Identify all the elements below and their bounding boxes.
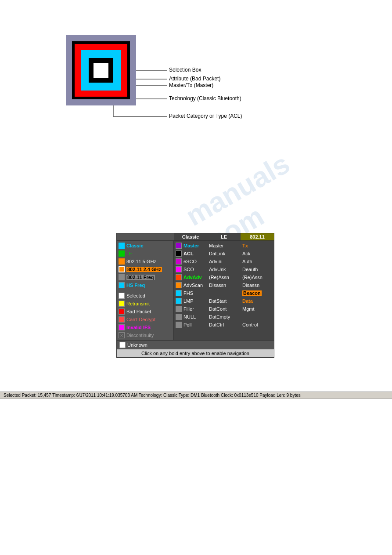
802-reassn-label: (Re)Assn: [242, 275, 263, 280]
le-advini[interactable]: AdvIni: [209, 258, 239, 265]
802-auth-label: Auth: [242, 259, 252, 264]
legend-le[interactable]: LE: [119, 250, 172, 258]
cant-decrypt-swatch: [119, 316, 125, 323]
legend-hs-freq[interactable]: HS Freq: [119, 281, 172, 289]
le-datstart[interactable]: DatStart: [209, 297, 239, 305]
status-bar-text: Selected Packet: 15,457 Timestamp: 6/17/…: [4, 393, 301, 398]
802-data[interactable]: Data: [242, 297, 272, 305]
hs-freq-swatch: [119, 282, 125, 288]
8021-freq-label: 802.11 Freq: [126, 275, 155, 280]
classic-acl[interactable]: ACL: [176, 250, 205, 258]
legend-classic[interactable]: Classic: [119, 242, 172, 250]
legend-panel: Classic LE 802.11 Classic LE 802.11 5 GH…: [116, 233, 274, 358]
le-datempty-label: DatEmpty: [209, 314, 230, 319]
classic-sco[interactable]: SCO: [176, 265, 205, 273]
classic-filler-label: Filler: [183, 306, 194, 312]
classic-fhs[interactable]: FHS: [176, 289, 205, 297]
le-datstart-label: DatStart: [209, 298, 227, 304]
classic-lmp[interactable]: LMP: [176, 297, 205, 305]
classic-esco-label: eSCO: [183, 259, 197, 264]
le-datempty[interactable]: DatEmpty: [209, 313, 239, 321]
classic-filler[interactable]: Filler: [176, 305, 205, 313]
legend-discontinuity[interactable]: ✕ Discontinuity: [119, 331, 172, 339]
le-advunk[interactable]: AdvUnk: [209, 265, 239, 273]
legend-8021-5ghz[interactable]: 802.11 5 GHz: [119, 258, 172, 265]
legend-le-col: Master DatLink AdvIni AdvUnk (Re)Assn Di…: [207, 241, 241, 340]
classic-master-label: Master: [183, 243, 199, 248]
legend-cant-decrypt[interactable]: Can't Decrypt: [119, 316, 172, 323]
legend-8021-freq[interactable]: 802.11 Freq: [119, 273, 172, 281]
legend-bad-packet[interactable]: Bad Packet: [119, 308, 172, 316]
le-disassn-label: Disassn: [209, 283, 226, 288]
le-datctrl-label: DatCtrl: [209, 322, 224, 327]
802-ack[interactable]: Ack: [242, 250, 272, 258]
invalid-ifs-label: Invalid IFS: [126, 325, 151, 330]
classic-filler-swatch: [176, 306, 182, 312]
discontinuity-label: Discontinuity: [126, 333, 154, 338]
le-datcont-label: DatCont: [209, 306, 227, 312]
classic-null-label: NULL: [183, 314, 196, 319]
nested-squares-diagram: [66, 35, 136, 105]
8021-24ghz-label: 802.11 2.4 GHz: [126, 267, 162, 272]
retransmit-swatch: [119, 301, 125, 307]
classic-lmp-swatch: [176, 298, 182, 304]
8021-freq-swatch: [119, 274, 125, 280]
802-disassn-label: Disassn: [242, 283, 259, 288]
classic-poll-swatch: [176, 322, 182, 328]
legend-invalid-ifs[interactable]: Invalid IFS: [119, 323, 172, 331]
le-swatch: [119, 250, 125, 257]
802-disassn[interactable]: Disassn: [242, 281, 272, 289]
classic-sco-swatch: [176, 266, 182, 272]
le-reassn[interactable]: (Re)Assn: [209, 273, 239, 281]
classic-poll[interactable]: Poll: [176, 321, 205, 329]
classic-acl-label: ACL: [183, 251, 194, 256]
802-mgmt[interactable]: Mgmt: [242, 305, 272, 313]
classic-label: Classic: [126, 243, 144, 248]
legend-selected[interactable]: Selected: [119, 292, 172, 300]
classic-esco[interactable]: eSCO: [176, 258, 205, 265]
le-master[interactable]: Master: [209, 242, 239, 250]
le-advunk-label: AdvUnk: [209, 267, 226, 272]
legend-header-802: 802.11: [241, 233, 274, 240]
status-bar: Selected Packet: 15,457 Timestamp: 6/17/…: [0, 392, 392, 399]
le-datctrl[interactable]: DatCtrl: [209, 321, 239, 329]
invalid-ifs-swatch: [119, 324, 125, 330]
802-empty: [242, 313, 272, 321]
legend-header-le: LE: [207, 233, 241, 240]
classic-null[interactable]: NULL: [176, 313, 205, 321]
classic-advscan[interactable]: AdvScan: [176, 281, 205, 289]
le-label: LE: [126, 251, 132, 256]
legend-retransmit[interactable]: Retransmit: [119, 300, 172, 308]
802-tx[interactable]: Tx: [242, 242, 272, 250]
classic-master[interactable]: Master: [176, 242, 205, 250]
802-auth[interactable]: Auth: [242, 258, 272, 265]
802-reassn[interactable]: (Re)Assn: [242, 273, 272, 281]
le-datlink[interactable]: DatLink: [209, 250, 239, 258]
diagram-section: Selection Box Attribute (Bad Packet) Mas…: [66, 35, 312, 105]
retransmit-label: Retransmit: [126, 301, 150, 306]
classic-advadv-swatch: [176, 274, 182, 280]
legend-header-left: [117, 233, 174, 240]
802-beacon[interactable]: Beacon: [242, 289, 272, 297]
annotation-technology: Technology (Classic Bluetooth): [169, 95, 241, 102]
le-disassn[interactable]: Disassn: [209, 281, 239, 289]
legend-unknown-row[interactable]: Unknown: [117, 340, 274, 349]
unknown-swatch: [119, 342, 126, 348]
802-deauth-label: Deauth: [242, 267, 258, 272]
le-datcont[interactable]: DatCont: [209, 305, 239, 313]
802-tx-label: Tx: [242, 243, 248, 248]
classic-advadv-label: AdvAdv: [183, 275, 202, 280]
802-control[interactable]: Control: [242, 321, 272, 329]
legend-8021-24ghz[interactable]: 802.11 2.4 GHz: [119, 265, 172, 273]
click-note-text: Click on any bold entry above to enable …: [141, 351, 249, 356]
classic-null-swatch: [176, 314, 182, 320]
classic-advadv[interactable]: AdvAdv: [176, 273, 205, 281]
le-empty1: [209, 289, 239, 297]
cant-decrypt-label: Can't Decrypt: [126, 317, 155, 322]
bad-packet-label: Bad Packet: [126, 309, 151, 314]
802-data-label: Data: [242, 298, 253, 304]
802-deauth[interactable]: Deauth: [242, 265, 272, 273]
802-beacon-label: Beacon: [242, 290, 262, 296]
le-reassn-label: (Re)Assn: [209, 275, 229, 280]
classic-advscan-label: AdvScan: [183, 283, 203, 288]
